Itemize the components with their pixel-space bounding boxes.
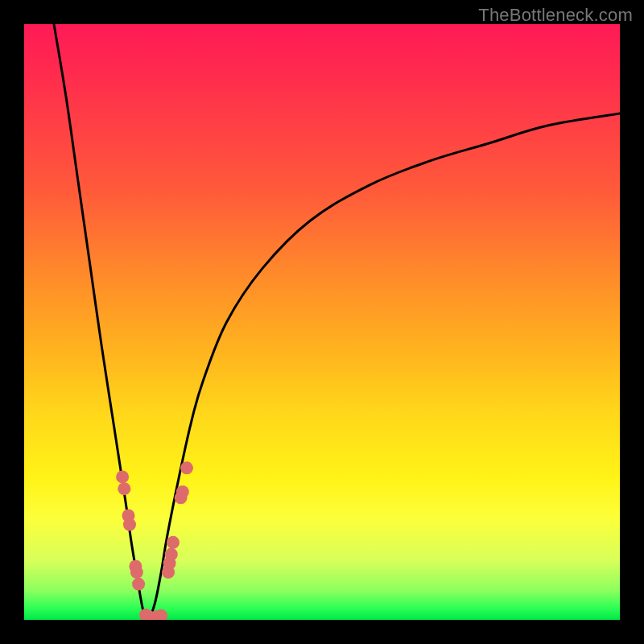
data-marker: [165, 548, 178, 561]
data-marker: [116, 470, 129, 483]
data-marker: [118, 482, 130, 495]
data-marker: [132, 578, 145, 591]
plot-area: [24, 24, 620, 620]
data-marker: [167, 536, 180, 549]
curve-right-branch: [149, 114, 620, 620]
data-marker: [176, 485, 189, 498]
watermark-text: TheBottleneck.com: [478, 5, 633, 26]
chart-container: TheBottleneck.com: [0, 0, 644, 644]
curve-left-branch: [54, 24, 149, 620]
curves-layer: [24, 24, 620, 620]
data-marker: [180, 461, 193, 474]
data-marker: [130, 566, 143, 579]
data-marker: [123, 518, 136, 531]
